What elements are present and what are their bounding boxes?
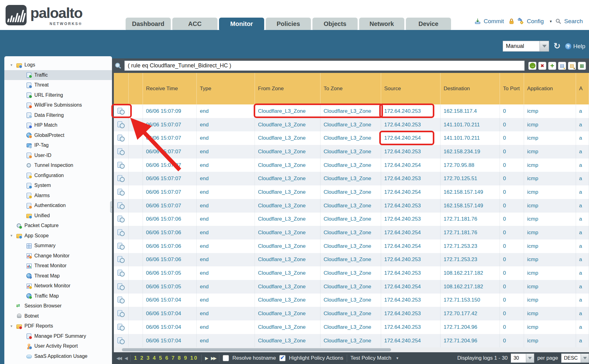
config-caret-icon[interactable]: ▼ [549,19,552,23]
refresh-icon[interactable]: ↻ [553,42,561,50]
sidebar-item-network-monitor[interactable]: Network Monitor [4,281,112,291]
col-header-source[interactable]: Source [381,73,441,104]
sidebar-item-traffic-map[interactable]: Traffic Map [4,291,112,301]
sidebar-item-packet-capture[interactable]: Packet Capture [4,221,112,231]
expander-icon[interactable]: ▼ [10,234,16,237]
sidebar-item-app-scope[interactable]: ▼App Scope [4,231,112,241]
tab-monitor[interactable]: Monitor [219,18,264,30]
log-detail-icon[interactable] [117,243,125,250]
test-policy-match-button[interactable]: Test Policy Match [350,355,391,361]
sort-order-select[interactable]: DESC [561,353,589,363]
first-page-icon[interactable]: ◀◀ [116,356,121,361]
horizontal-scrollbar-thumb[interactable] [122,348,391,351]
sidebar-item-wildfire-submissions[interactable]: WildFire Submissions [4,100,112,110]
filter-builder-icon[interactable]: ▤▼ [558,62,566,70]
help-link[interactable]: Help [573,43,585,50]
per-page-dropdown-button[interactable] [526,354,534,362]
tab-device[interactable]: Device [406,18,451,30]
tab-policies[interactable]: Policies [266,18,311,30]
apply-filter-icon[interactable]: → [528,62,536,70]
col-header-blank-1[interactable] [129,73,143,104]
sort-order-dropdown-button[interactable] [581,354,589,362]
next-page-icon[interactable]: ▶ [205,356,208,361]
config-link[interactable]: Config [527,18,544,25]
highlight-policy-actions-checkbox[interactable] [279,355,286,361]
sidebar-item-user-activity-report[interactable]: User Activity Report [4,341,112,351]
expander-icon[interactable]: ▼ [10,63,16,67]
col-header-blank-0[interactable] [114,73,129,104]
col-header-to-port[interactable]: To Port [500,73,524,104]
help-icon[interactable]: ? [565,43,572,50]
sidebar-item-logs[interactable]: ▼Logs [4,60,112,70]
log-detail-icon[interactable] [117,162,125,169]
sidebar-item-threat-monitor[interactable]: Threat Monitor [4,261,112,271]
sidebar-item-alarms[interactable]: Alarms [4,191,112,201]
log-detail-icon[interactable] [117,121,125,128]
horizontal-scrollbar[interactable] [112,347,589,352]
sidebar-item-hip-match[interactable]: HIP Match [4,120,112,130]
log-detail-icon[interactable] [117,108,125,115]
sidebar-item-user-id[interactable]: User-ID [4,150,112,161]
commit-mode-dropdown-button[interactable] [540,41,549,51]
sidebar-item-system[interactable]: System [4,180,112,191]
sidebar-item-globalprotect[interactable]: GlobalProtect [4,130,112,141]
log-detail-icon[interactable] [117,324,125,331]
log-detail-icon[interactable] [117,135,125,142]
sidebar-item-pdf-reports[interactable]: ▼PDF Reports [4,321,112,331]
sidebar-item-unified[interactable]: Unified [4,211,112,221]
tab-acc[interactable]: ACC [172,18,217,30]
log-detail-icon[interactable] [117,175,125,182]
sidebar-item-change-monitor[interactable]: Change Monitor [4,251,112,261]
tab-dashboard[interactable]: Dashboard [126,18,171,30]
sidebar-item-tunnel-inspection[interactable]: Tunnel Inspection [4,160,112,171]
load-filter-icon[interactable]: ▨▼ [568,62,576,70]
col-header-to-zone[interactable]: To Zone [320,73,381,104]
resolve-hostname-checkbox[interactable] [223,355,229,361]
log-detail-icon[interactable] [117,337,125,344]
export-to-csv-icon[interactable]: ▦ [578,62,586,70]
log-detail-icon[interactable] [117,189,125,196]
test-policy-match-caret-icon[interactable]: ▼ [396,356,399,360]
log-detail-icon[interactable] [117,202,125,209]
expander-icon[interactable]: ▼ [10,324,16,328]
log-detail-icon[interactable] [117,229,125,236]
commit-link[interactable]: Commit [484,18,504,25]
sidebar-item-threat[interactable]: Threat [4,80,112,90]
sidebar-item-configuration[interactable]: Configuration [4,171,112,181]
sidebar-item-saas-application-usage[interactable]: SaaS Application Usage [4,351,112,362]
log-detail-icon[interactable] [117,148,125,155]
log-detail-icon[interactable] [117,256,125,263]
log-detail-icon[interactable] [117,310,125,317]
col-header-destination[interactable]: Destination [441,73,500,104]
search-link[interactable]: Search [564,18,583,25]
log-detail-icon[interactable] [117,283,125,290]
prev-page-icon[interactable]: ◀ [125,356,127,361]
sidebar-item-summary[interactable]: Summary [4,241,112,251]
add-filter-icon[interactable]: ✚ [548,62,556,70]
tab-network[interactable]: Network [359,18,404,30]
log-detail-icon[interactable] [117,216,125,222]
col-header-type[interactable]: Type [197,73,255,104]
col-header-application[interactable]: Application [524,73,576,104]
clear-filter-icon[interactable]: ✖ [538,62,546,70]
sidebar-item-url-filtering[interactable]: URL Filtering [4,90,112,100]
log-detail-icon[interactable] [117,270,125,277]
log-detail-icon[interactable] [117,297,125,303]
page-numbers[interactable]: 1 2 3 4 5 6 7 8 9 10 [134,355,198,361]
sidebar-item-ip-tag[interactable]: IP-Tag [4,140,112,150]
sidebar-item-session-browser[interactable]: Session Browser [4,301,112,311]
commit-mode-select[interactable]: Manual [503,41,549,52]
sidebar-item-threat-map[interactable]: Threat Map [4,271,112,281]
per-page-select[interactable]: 30 [511,353,534,363]
col-header-a[interactable]: A [576,73,589,104]
sidebar-item-traffic[interactable]: Traffic [4,70,112,80]
sidebar-item-botnet[interactable]: Botnet [4,311,112,321]
col-header-receive-time[interactable]: Receive Time [143,73,197,104]
last-page-icon[interactable]: ▶▶ [211,356,216,361]
col-header-from-zone[interactable]: From Zone [255,73,320,104]
sidebar-item-authentication[interactable]: Authentication [4,201,112,211]
tab-objects[interactable]: Objects [312,18,358,30]
sidebar-item-manage-pdf-summary[interactable]: Manage PDF Summary [4,331,112,341]
log-filter-input[interactable] [124,61,525,71]
sidebar-item-data-filtering[interactable]: Data Filtering [4,110,112,121]
